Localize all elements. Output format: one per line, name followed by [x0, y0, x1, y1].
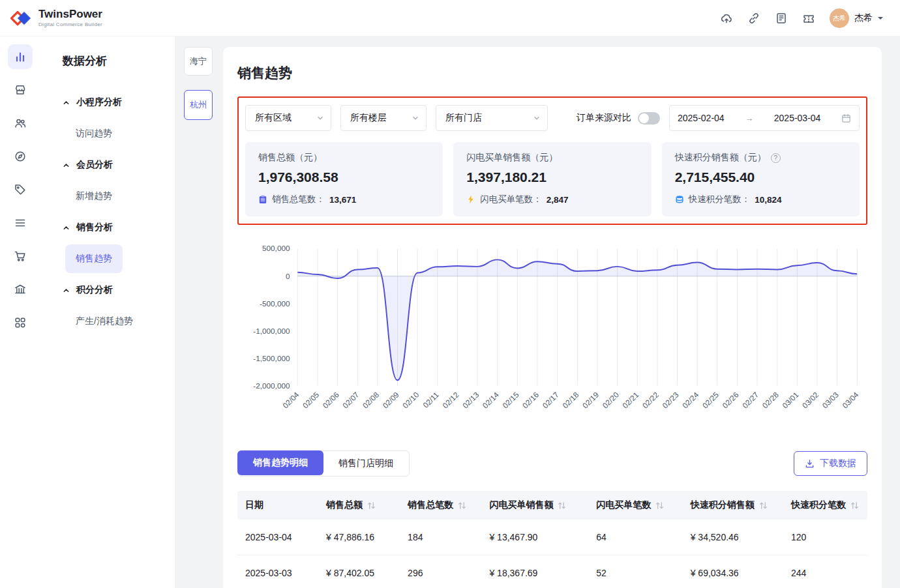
download-data-button[interactable]: 下载数据 [794, 451, 867, 476]
stat-sub-value: 2,847 [547, 195, 569, 205]
user-menu[interactable]: 杰希 杰希 [830, 8, 883, 28]
sidebar-item[interactable]: 访问趋势 [65, 119, 123, 148]
menu-group-header[interactable]: 销售分析 [63, 212, 166, 243]
stat-value: 1,397,180.21 [466, 169, 638, 185]
city-switcher: 海宁杭州 [184, 47, 213, 120]
svg-text:03/02: 03/02 [800, 390, 820, 410]
coupon-icon[interactable] [802, 12, 815, 25]
floor-select[interactable]: 所有楼层 [340, 105, 427, 131]
svg-text:02/15: 02/15 [501, 390, 520, 409]
svg-text:02/10: 02/10 [400, 390, 420, 409]
sort-icon [758, 501, 768, 510]
svg-text:02/06: 02/06 [321, 390, 340, 409]
menu-group-header[interactable]: 会员分析 [63, 149, 166, 181]
arrow-right-icon: → [745, 113, 753, 123]
menu-group-header[interactable]: 积分分析 [63, 274, 166, 306]
page-title: 销售趋势 [237, 64, 867, 82]
table-cell: 296 [400, 555, 481, 588]
svg-text:02/25: 02/25 [700, 390, 720, 409]
stat-card: 销售总额（元）1,976,308.58销售总笔数：13,671 [245, 142, 443, 216]
main-card: 销售趋势 所有区域 所有楼层 [223, 47, 882, 588]
table-cell: ¥ 13,467.90 [481, 520, 588, 555]
sidebar-item[interactable]: 产生/消耗趋势 [65, 307, 143, 336]
sidebar-item[interactable]: 销售趋势 [65, 244, 123, 273]
sidebar-item[interactable]: 新增趋势 [65, 182, 123, 211]
svg-text:02/18: 02/18 [561, 390, 580, 409]
svg-text:02/23: 02/23 [661, 390, 680, 409]
side-menu-title: 数据分析 [63, 53, 166, 68]
topbar: TwinsPower Digital Commerce Builder 杰希 [0, 0, 900, 37]
table-cell: 2025-03-04 [237, 520, 318, 555]
svg-text:02/07: 02/07 [341, 390, 361, 410]
list-icon[interactable] [8, 211, 33, 235]
compass-icon[interactable] [8, 144, 33, 169]
brand-name: TwinsPower [38, 8, 102, 21]
grid-icon[interactable] [8, 310, 33, 335]
order-source-compare-toggle[interactable] [638, 112, 660, 125]
cloud-icon[interactable] [720, 12, 733, 25]
svg-text:02/20: 02/20 [601, 390, 620, 409]
region-select[interactable]: 所有区域 [245, 105, 331, 131]
svg-text:02/27: 02/27 [740, 390, 760, 410]
users-icon[interactable] [8, 111, 33, 136]
stat-value: 1,976,308.58 [258, 169, 430, 185]
svg-text:02/09: 02/09 [381, 390, 400, 410]
column-header[interactable]: 闪电买单笔数 [588, 491, 683, 520]
tab[interactable]: 销售趋势明细 [237, 450, 323, 475]
table-row: 2025-03-03¥ 87,402.05296¥ 18,367.6952¥ 6… [237, 555, 867, 588]
brand-subtitle: Digital Commerce Builder [38, 22, 102, 27]
chevron-down-icon [316, 114, 324, 122]
svg-text:02/14: 02/14 [481, 390, 500, 409]
column-header[interactable]: 闪电买单销售额 [481, 491, 588, 520]
store-select[interactable]: 所有门店 [436, 105, 548, 131]
svg-text:03/03: 03/03 [820, 390, 840, 409]
svg-text:02/16: 02/16 [520, 390, 540, 409]
chevron-down-icon [412, 114, 419, 122]
stat-sub-value: 13,671 [329, 195, 356, 205]
tag-icon[interactable] [8, 177, 33, 202]
table-cell: 2025-03-03 [237, 555, 318, 588]
city-button[interactable]: 海宁 [184, 47, 213, 76]
table-cell: 244 [783, 555, 867, 588]
user-name: 杰希 [854, 12, 873, 24]
bar-chart-icon[interactable] [8, 44, 33, 69]
svg-text:0: 0 [286, 272, 290, 280]
svg-text:02/24: 02/24 [680, 390, 700, 409]
help-icon[interactable]: ? [771, 153, 781, 163]
menu-group-header[interactable]: 小程序分析 [63, 87, 166, 118]
cart-icon[interactable] [8, 244, 33, 269]
calendar-icon [841, 113, 851, 123]
table-cell: 120 [783, 520, 867, 555]
stat-sub-label: 闪电买单笔数： [480, 194, 542, 205]
table-cell: 64 [588, 520, 683, 555]
brand: TwinsPower Digital Commerce Builder [9, 7, 102, 29]
column-header[interactable]: 销售总笔数 [400, 491, 481, 520]
city-button[interactable]: 杭州 [184, 90, 213, 120]
column-header[interactable]: 快速积分笔数 [783, 491, 867, 520]
link-icon[interactable] [747, 12, 760, 25]
column-header[interactable]: 销售总额 [318, 491, 400, 520]
shop-icon[interactable] [8, 78, 33, 102]
tab[interactable]: 销售门店明细 [323, 451, 409, 476]
clipboard-icon [258, 195, 267, 204]
svg-text:02/26: 02/26 [721, 390, 740, 409]
stat-label: 闪电买单销售额（元） [466, 152, 558, 164]
stat-card: 闪电买单销售额（元）1,397,180.21闪电买单笔数：2,847 [453, 142, 651, 216]
order-source-compare-label: 订单来源对比 [577, 112, 631, 124]
stat-sub-label: 快速积分笔数： [689, 194, 751, 205]
sort-icon [850, 501, 860, 510]
table-cell: ¥ 47,886.16 [318, 520, 400, 555]
svg-text:02/21: 02/21 [621, 390, 640, 410]
column-header[interactable]: 快速积分销售额 [683, 491, 783, 520]
table-cell: ¥ 69,034.36 [683, 555, 783, 588]
table-cell: ¥ 87,402.05 [318, 555, 400, 588]
svg-text:02/05: 02/05 [301, 390, 320, 409]
chevron-down-icon [878, 17, 883, 22]
stat-label: 销售总额（元） [258, 152, 322, 164]
building-icon[interactable] [8, 277, 33, 302]
date-range-picker[interactable]: 2025-02-04 → 2025-03-04 [669, 105, 860, 131]
svg-text:02/17: 02/17 [541, 390, 560, 410]
sales-detail-table: 日期销售总额销售总笔数闪电买单销售额闪电买单笔数快速积分销售额快速积分笔数 20… [237, 491, 867, 588]
ledger-icon[interactable] [775, 12, 788, 25]
sort-icon [655, 501, 665, 510]
